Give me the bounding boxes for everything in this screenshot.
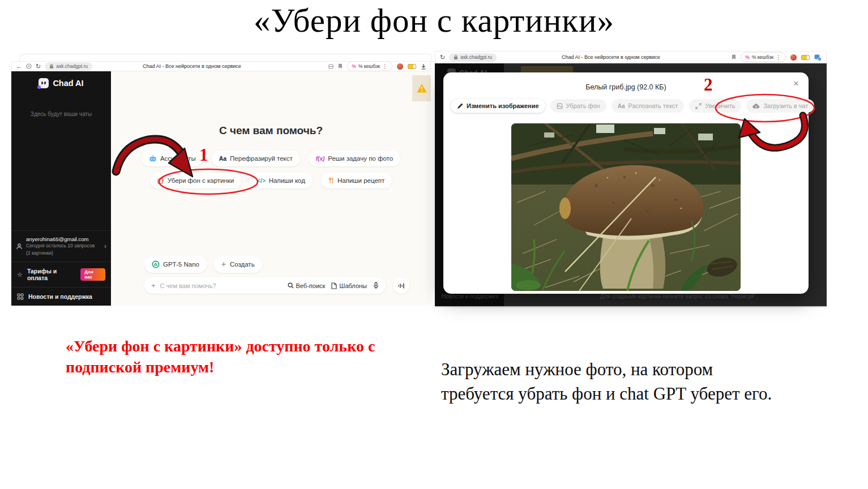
image-preview-modal: Белый гриб.jpg (92.0 КБ) × Изменить изоб… [443,72,809,294]
quick-button-assistants[interactable]: Ассистенты [142,151,203,166]
web-search-button[interactable]: Веб-поиск [288,282,326,289]
voice-mode-button[interactable] [393,277,409,294]
url-text: ask.chadgpt.ru [56,63,88,69]
caption-upload-note: Загружаем нужное фото, на котором требуе… [441,358,772,406]
bookmark-icon[interactable] [338,63,343,69]
quick-button-photo-task[interactable]: f(x) Реши задачу по фото [309,151,400,166]
edit-image-label: Изменить изображение [467,102,539,109]
gpt-icon [152,260,160,268]
chat-input-placeholder: С чем вам помочь? [160,282,216,289]
quick-button-recipe[interactable]: Напиши рецепт [321,173,392,188]
address-bar[interactable]: ask.chadgpt.ru [45,62,92,71]
search-icon [288,282,294,289]
url-text: ask.chadgpt.ru [460,54,492,60]
grid-icon [17,293,24,300]
template-icon [331,282,337,289]
mic-button[interactable] [373,282,379,289]
slide-title: «Убери фон с картинки» [0,1,868,40]
address-bar[interactable]: ask.chadgpt.ru [449,53,497,62]
sidebar-item-tariffs[interactable]: ☆ Тарифы и оплата Для вас [11,261,111,287]
web-search-label: Веб-поиск [296,282,326,289]
cashback-pill[interactable]: +% % кешбэк ⋮ [347,61,392,71]
extension-icon[interactable] [328,64,333,69]
chat-input[interactable]: + С чем вам помочь? Веб-поиск Шаблоны [144,277,386,294]
more-icon[interactable]: ⋮ [776,54,781,61]
fx-icon: f(x) [316,156,325,162]
remove-bg-button[interactable]: Убрать фон [550,99,606,113]
ocr-button[interactable]: Aa Распознать текст [612,99,685,113]
left-app-window: Chad AI Здесь будут ваши чаты anyerohina… [11,71,431,306]
profile-icon[interactable] [790,54,797,61]
for-you-badge: Для вас [80,268,105,281]
cloud-upload-icon [752,104,760,109]
tab-title: Chad AI - Все нейросети в одном сервисе [143,63,241,69]
code-label: Напиши код [269,177,305,184]
cashback-pill[interactable]: % % кешбэк ⋮ [741,52,786,62]
aa-icon: Aa [618,103,625,109]
tariffs-label: Тарифы и оплата [27,268,76,281]
profile-icon[interactable] [397,63,403,70]
waveform-icon [397,282,405,289]
main-heading: С чем вам помочь? [111,125,431,137]
sidebar-item-news[interactable]: Новости и поддержка [11,287,111,306]
utensils-icon [328,177,334,184]
download-icon[interactable] [421,63,426,70]
create-label: Создать [230,261,255,268]
recipe-label: Напиши рецепт [337,177,384,184]
cashback-label: % кешбэк [358,63,380,69]
sidebar: Chad AI Здесь будут ваши чаты anyerohina… [11,71,111,306]
upload-to-chat-button[interactable]: Загрузить в чат [746,99,814,113]
remove-bg-label: Убрать фон [566,102,600,109]
account-quota: Сегодня осталось 10 запросов [26,242,95,249]
protect-icon[interactable] [26,63,32,69]
warning-icon [416,83,427,93]
paraphrase-label: Перефразируй текст [230,155,293,162]
lock-icon [454,54,458,60]
model-label: GPT-5 Nano [163,261,199,268]
mic-icon [373,282,379,289]
person-icon [16,243,23,250]
account-row[interactable]: anyerohina65@gmail.com Сегодня осталось … [11,230,111,261]
remove-bg-label: Убери фон с картинки [168,177,234,184]
main-area: С чем вам помочь? Ассистенты Aa Перефраз… [111,71,431,306]
battery-icon [408,64,416,69]
dimmed-sidebar-item: Новости и поддержка [442,293,498,299]
account-email: anyerohina65@gmail.com [26,236,95,242]
aa-icon: Aa [219,155,226,162]
model-selector[interactable]: GPT-5 Nano [144,256,207,273]
chevron-right-icon: › [104,242,106,250]
app-logo[interactable]: Chad AI [11,78,111,88]
sync-icon[interactable] [814,54,822,61]
cashback-label: % кешбэк [752,54,773,60]
create-button[interactable]: Создать [213,256,262,273]
quick-button-paraphrase[interactable]: Aa Перефразируй текст [212,151,300,166]
warning-banner [412,75,431,101]
upload-to-chat-label: Загрузить в чат [763,102,808,109]
caption-upload-line1: Загружаем нужное фото, на котором [441,358,772,382]
mushroom-photo [511,123,741,291]
templates-button[interactable]: Шаблоны [331,282,367,289]
star-icon: ☆ [17,271,23,278]
bookmark-icon[interactable] [732,54,736,60]
attach-icon[interactable]: + [151,281,156,290]
pencil-icon [457,103,463,109]
sparkle-icon [221,261,226,267]
caption-premium-note: «Убери фон с картинки» доступно только с… [66,336,375,378]
photo-task-label: Реши задачу по фото [328,155,393,162]
caption-premium-line1: «Убери фон с картинки» доступно только с [66,336,375,357]
battery-icon [801,55,810,60]
edit-image-button[interactable]: Изменить изображение [451,99,545,113]
close-icon[interactable]: × [793,79,799,88]
refresh-icon[interactable]: ↻ [440,54,445,61]
empty-chats-text: Здесь будут ваши чаты [11,111,111,117]
robot-icon [149,155,157,162]
upscale-button[interactable]: Увеличить [689,99,741,113]
expand-icon [695,103,702,109]
refresh-icon[interactable]: ↻ [36,63,41,70]
more-icon[interactable]: ⋮ [382,63,388,70]
modal-filename: Белый гриб.jpg (92.0 КБ) [443,83,809,91]
quick-button-remove-bg[interactable]: Убери фон с картинки [150,173,242,188]
quick-button-code[interactable]: </> Напиши код [250,173,313,188]
frame-icon [557,103,563,109]
back-icon[interactable]: ← [16,63,22,70]
